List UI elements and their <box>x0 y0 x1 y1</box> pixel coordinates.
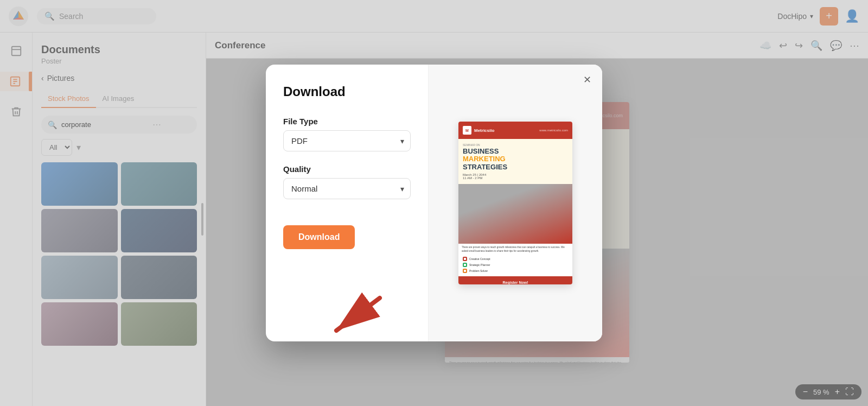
quality-select[interactable]: Normal High Low <box>283 178 411 199</box>
close-button[interactable]: ✕ <box>579 72 595 87</box>
download-modal: Download File Type PDF PNG JPG ▾ Quality… <box>266 65 602 341</box>
mp-footer: Register Now! <box>458 276 572 284</box>
file-type-wrapper: PDF PNG JPG ▾ <box>283 130 411 151</box>
download-button[interactable]: Download <box>283 225 355 249</box>
mp-url: www.metricsilo.com <box>539 129 568 132</box>
quality-wrapper: Normal High Low ▾ <box>283 178 411 199</box>
modal-left-panel: Download File Type PDF PNG JPG ▾ Quality… <box>266 65 429 341</box>
mp-items: Creative Concept Strategic Planner Probl… <box>458 257 572 276</box>
file-type-label: File Type <box>283 117 411 126</box>
mp-brand: Metricsilo <box>474 128 494 133</box>
file-type-select[interactable]: PDF PNG JPG <box>283 130 411 151</box>
mp-info: There are proven ways to reach growth mi… <box>458 244 572 256</box>
quality-label: Quality <box>283 164 411 174</box>
mp-seminar: SEMINAR ON <box>463 143 568 147</box>
modal-right-panel: ✕ M Metricsilo www.metricsilo.com SEMINA… <box>429 65 602 341</box>
mp-title: BUSINESS MARKETING STRATEGIES <box>463 148 568 171</box>
modal-poster-preview: M Metricsilo www.metricsilo.com SEMINAR … <box>458 122 572 284</box>
mp-logo: M <box>463 126 471 135</box>
mp-date: March 25 | 2044 11 AM - 2 PM <box>463 173 568 180</box>
mp-image <box>458 184 572 244</box>
modal-title: Download <box>283 84 411 99</box>
